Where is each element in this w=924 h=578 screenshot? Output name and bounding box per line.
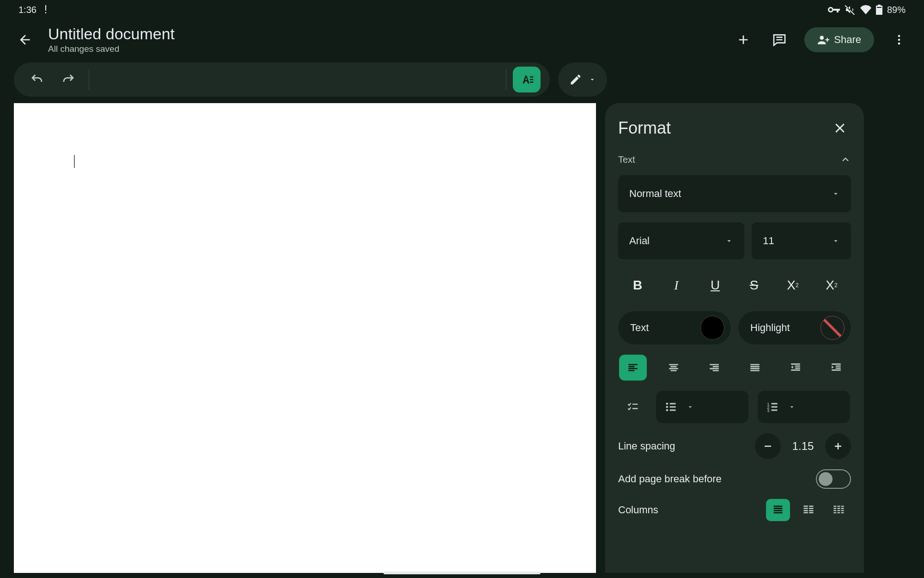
line-spacing-increase[interactable] [825, 433, 851, 459]
text-section-header[interactable]: Text [618, 154, 851, 165]
underline-button[interactable]: U [701, 273, 729, 297]
highlight-color-button[interactable]: Highlight [738, 311, 851, 344]
document-page[interactable] [14, 103, 596, 573]
navigation-bar-handle[interactable] [383, 572, 541, 574]
svg-point-4 [666, 403, 669, 405]
redo-icon [61, 73, 75, 86]
line-spacing-value: 1.15 [789, 440, 817, 453]
align-justify-icon [749, 362, 761, 374]
align-center-button[interactable] [660, 355, 687, 381]
dropdown-icon [589, 76, 596, 83]
align-left-icon [627, 362, 639, 374]
document-title[interactable]: Untitled document [48, 25, 720, 43]
close-icon [833, 121, 847, 135]
dropdown-icon [687, 403, 694, 411]
comments-button[interactable] [768, 29, 790, 51]
arrow-left-icon [18, 32, 32, 47]
back-button[interactable] [14, 29, 36, 51]
columns-3-icon [833, 504, 845, 517]
page-break-label: Add page break before [618, 473, 722, 485]
format-panel: Format Text Normal text Arial 11 B [605, 103, 864, 573]
insert-button[interactable] [732, 29, 754, 51]
strikethrough-button[interactable]: S [740, 273, 768, 297]
minus-icon [762, 441, 773, 452]
mute-icon [845, 4, 856, 15]
columns-label: Columns [618, 504, 658, 516]
person-add-icon [817, 34, 829, 46]
share-label: Share [834, 34, 861, 46]
battery-percent: 89% [887, 5, 906, 15]
text-color-swatch [700, 316, 724, 340]
checklist-icon [626, 400, 639, 413]
wifi-icon [860, 5, 871, 14]
dropdown-icon [832, 237, 840, 245]
indent-increase-button[interactable] [822, 355, 850, 381]
numbered-list-icon: 123 [766, 400, 779, 413]
svg-text:3: 3 [767, 408, 769, 413]
subscript-button[interactable]: X2 [818, 273, 845, 297]
columns-2-icon [802, 504, 815, 517]
app-header: Untitled document All changes saved Shar… [0, 19, 924, 62]
align-justify-button[interactable] [741, 355, 769, 381]
battery-icon [876, 5, 882, 15]
close-format-button[interactable] [829, 117, 851, 139]
style-value: Normal text [629, 188, 681, 200]
more-button[interactable] [888, 29, 910, 51]
font-family-select[interactable]: Arial [618, 222, 744, 259]
main-toolbar [14, 62, 550, 97]
italic-button[interactable]: I [663, 273, 690, 297]
svg-point-1 [898, 35, 900, 37]
toolbar-divider [89, 69, 89, 90]
vpn-key-icon [827, 5, 840, 14]
paragraph-style-select[interactable]: Normal text [618, 175, 851, 212]
align-right-icon [708, 362, 720, 374]
columns-3-button[interactable] [827, 499, 851, 521]
bold-button[interactable]: B [624, 273, 651, 297]
status-bar: 1:36 89% [0, 0, 924, 19]
svg-point-3 [898, 42, 900, 44]
edit-mode-button[interactable] [558, 62, 607, 97]
columns-2-button[interactable] [796, 499, 821, 521]
size-value: 11 [763, 235, 774, 247]
svg-point-2 [898, 38, 900, 41]
undo-button[interactable] [23, 67, 51, 92]
plus-icon [736, 32, 751, 47]
section-label: Text [618, 154, 635, 165]
format-text-button[interactable] [513, 67, 541, 92]
status-time: 1:36 [18, 5, 36, 15]
svg-point-6 [666, 409, 669, 412]
bullet-list-button[interactable] [656, 391, 748, 423]
toolbar-divider [506, 69, 506, 90]
indent-increase-icon [830, 362, 842, 374]
page-break-toggle[interactable] [816, 469, 851, 489]
align-left-button[interactable] [619, 355, 647, 381]
undo-icon [30, 73, 44, 86]
plus-icon [833, 441, 844, 452]
svg-rect-0 [877, 7, 881, 8]
dropdown-icon [832, 190, 840, 198]
columns-1-icon [772, 504, 784, 517]
line-spacing-decrease[interactable] [755, 433, 781, 459]
dropdown-icon [788, 403, 796, 411]
numbered-list-button[interactable]: 123 [758, 391, 850, 423]
pencil-icon [569, 73, 582, 86]
comment-icon [772, 32, 787, 47]
columns-1-button[interactable] [766, 499, 790, 521]
font-size-select[interactable]: 11 [752, 222, 851, 259]
indent-decrease-button[interactable] [782, 355, 809, 381]
align-center-icon [668, 362, 680, 374]
priority-icon [42, 5, 49, 14]
text-color-button[interactable]: Text [618, 311, 731, 344]
share-button[interactable]: Share [804, 27, 874, 52]
indent-decrease-icon [790, 362, 802, 374]
superscript-button[interactable]: X2 [779, 273, 807, 297]
bullet-list-icon [664, 400, 677, 413]
text-format-icon [519, 72, 535, 87]
redo-button[interactable] [55, 67, 82, 92]
highlight-swatch [821, 316, 845, 340]
format-panel-title: Format [618, 118, 671, 138]
more-vert-icon [893, 33, 906, 46]
svg-point-5 [666, 406, 669, 408]
checklist-button[interactable] [619, 394, 647, 420]
align-right-button[interactable] [700, 355, 728, 381]
